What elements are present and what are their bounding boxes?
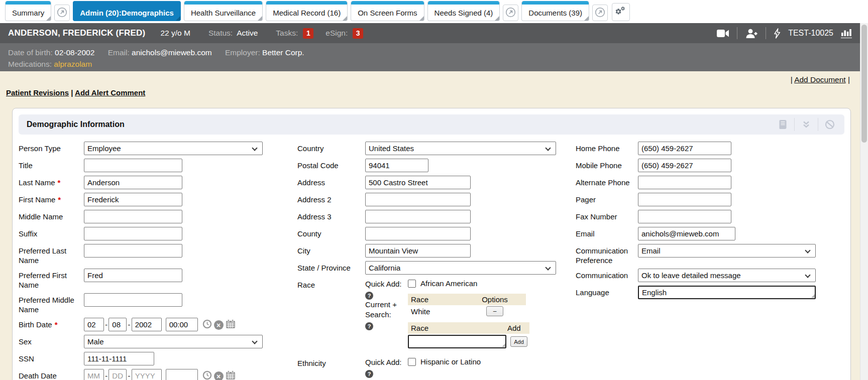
resize-grip[interactable] — [811, 294, 815, 298]
address-3-input[interactable] — [365, 210, 471, 223]
field-row-email: Email — [576, 227, 816, 240]
county-input[interactable] — [365, 227, 471, 240]
esign-label: eSign: — [325, 29, 348, 38]
fax-number-input[interactable] — [638, 210, 731, 223]
date-separator: - — [128, 371, 130, 380]
clear-date-icon[interactable]: × — [214, 371, 224, 380]
title-input[interactable] — [84, 159, 182, 172]
preferred-middle-name-label: Preferred Middle Name — [19, 293, 84, 314]
last-name-input[interactable] — [84, 176, 182, 189]
quick-action-bolt-icon[interactable] — [774, 28, 781, 39]
mobile-phone-input[interactable] — [638, 159, 731, 172]
state-province-label: State / Province — [297, 261, 365, 273]
preferred-first-name-input[interactable] — [84, 269, 182, 282]
death-date-time-input[interactable] — [166, 369, 198, 380]
ssn-input[interactable] — [84, 352, 154, 365]
popout-button-needs-signed-4[interactable] — [503, 5, 518, 21]
required-asterisk: * — [58, 178, 61, 187]
current-search-label: Current + Search: — [365, 300, 408, 320]
race-value: White — [411, 307, 467, 316]
disable-circle-slash-icon[interactable] — [818, 117, 841, 132]
race-search-input[interactable] — [408, 335, 506, 348]
help-icon[interactable]: ? — [365, 292, 373, 300]
tab-needs-signed-4[interactable]: Needs Signed (4) — [427, 1, 500, 21]
birth-date-yyyy-input[interactable] — [132, 318, 162, 331]
tab-documents-39[interactable]: Documents (39) — [521, 1, 589, 21]
add-document-link[interactable]: Add Document — [794, 75, 846, 84]
tab-health-surveillance[interactable]: Health Surveillance — [184, 1, 263, 21]
clock-icon[interactable] — [202, 370, 212, 380]
tab-label: Summary — [12, 9, 44, 17]
preferred-middle-name-input[interactable] — [84, 293, 182, 307]
state-province-select[interactable]: California — [365, 261, 556, 275]
calendar-icon[interactable] — [226, 370, 236, 380]
remove-race-button[interactable]: – — [486, 306, 503, 316]
birth-date-label: Birth Date* — [19, 318, 84, 329]
country-select[interactable]: United States — [365, 142, 556, 155]
chart-number[interactable]: TEST-10025 — [788, 29, 833, 38]
field-row-language: Language — [576, 286, 816, 299]
hispanic-or-latino-checkbox[interactable] — [408, 358, 416, 366]
hispanic-or-latino-checkbox-row: Hispanic or Latino — [408, 357, 481, 366]
resize-grip[interactable] — [502, 343, 505, 347]
middle-name-input[interactable] — [84, 210, 182, 223]
add-person-icon[interactable] — [745, 29, 758, 38]
birth-date-mm-input[interactable] — [84, 318, 104, 331]
tasks-count-badge[interactable]: 1 — [303, 28, 313, 39]
chart-stats-icon[interactable] — [841, 28, 852, 38]
clock-icon[interactable] — [202, 319, 212, 331]
tab-on-screen-forms[interactable]: On Screen Forms — [351, 1, 424, 21]
african-american-checkbox[interactable] — [408, 280, 416, 288]
help-icon[interactable]: ? — [365, 370, 373, 378]
tab-summary[interactable]: Summary — [5, 1, 51, 21]
birth-date-dd-input[interactable] — [108, 318, 127, 331]
death-date-dd-input[interactable] — [108, 369, 127, 380]
home-phone-input[interactable] — [638, 142, 731, 155]
communication-select[interactable]: Ok to leave detailed message — [638, 269, 816, 282]
person-type-select[interactable]: Employee — [84, 142, 263, 155]
clear-date-icon[interactable]: × — [214, 320, 224, 330]
tab-medical-record-16[interactable]: Medical Record (16) — [266, 1, 348, 21]
address-input[interactable] — [365, 176, 471, 189]
popout-button-documents-39[interactable] — [592, 5, 608, 21]
journal-icon[interactable] — [771, 117, 794, 132]
calendar-icon[interactable] — [226, 319, 236, 331]
death-date-yyyy-input[interactable] — [132, 369, 162, 380]
language-label: Language — [576, 286, 638, 297]
esign-count-badge[interactable]: 3 — [353, 28, 363, 39]
language-input[interactable] — [638, 286, 816, 299]
patient-header-bar: ANDERSON, FREDERICK (FRED) 22 y/o M Stat… — [0, 23, 860, 43]
field-row-middle-name: Middle Name — [19, 210, 263, 223]
add-alert-comment-link[interactable]: Add Alert Comment — [75, 88, 145, 97]
popout-button-summary[interactable] — [54, 5, 70, 21]
video-call-icon[interactable] — [717, 29, 729, 38]
collapse-double-chevron-icon[interactable] — [795, 117, 818, 132]
pager-input[interactable] — [638, 193, 731, 206]
medications-value[interactable]: alprazolam — [54, 60, 92, 68]
suffix-input[interactable] — [84, 227, 182, 240]
patient-revisions-link[interactable]: Patient Revisions — [6, 88, 69, 97]
dob-label: Date of birth: — [8, 48, 53, 57]
tab-admin-20-demographics[interactable]: Admin (20):Demographics — [73, 1, 181, 21]
popout-arrow-icon — [505, 7, 516, 19]
email-input[interactable] — [638, 227, 735, 240]
preferred-last-name-input[interactable] — [84, 244, 182, 258]
first-name-input[interactable] — [84, 193, 182, 206]
field-row-death-date: Death Date--× — [19, 369, 263, 380]
birth-date-time-input[interactable] — [166, 318, 198, 331]
death-date-mm-input[interactable] — [84, 369, 104, 380]
alternate-phone-input[interactable] — [638, 176, 731, 189]
vertical-scrollbar[interactable] — [860, 23, 868, 380]
add-race-button[interactable]: Add — [510, 336, 527, 347]
african-american-checkbox-row: African American — [408, 279, 529, 288]
postal-code-input[interactable] — [365, 159, 428, 172]
scrollbar-thumb[interactable] — [861, 25, 867, 143]
popout-arrow-icon — [57, 7, 67, 19]
help-icon[interactable]: ? — [365, 322, 373, 330]
chart-settings-button[interactable] — [612, 3, 630, 21]
address-2-input[interactable] — [365, 193, 471, 206]
city-input[interactable] — [365, 244, 471, 258]
communication-preference-select[interactable]: Email — [638, 244, 816, 258]
sex-select[interactable]: Male — [84, 335, 263, 348]
communication-preference-label: Communication Preference — [576, 244, 638, 265]
